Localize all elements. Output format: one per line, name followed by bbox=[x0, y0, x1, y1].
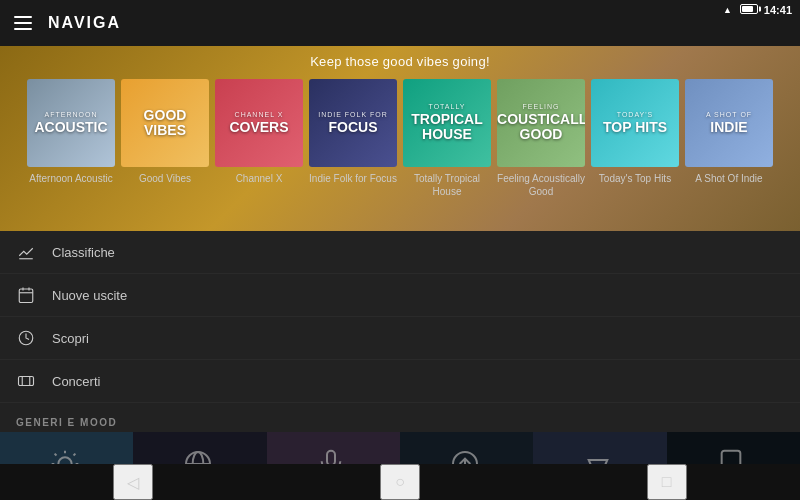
card-small-label-top-hits: Today's bbox=[617, 111, 653, 119]
card-image-afternoon-acoustic: AFTERNOON ACOUSTIC bbox=[27, 79, 115, 167]
card-small-label-channel-x: Channel X bbox=[235, 111, 284, 119]
hero-subtitle: Keep those good vibes going! bbox=[310, 54, 490, 69]
playlist-card-tropical-house[interactable]: Totally Tropical House Totally Tropical … bbox=[403, 79, 491, 198]
card-big-label-top-hits: Top Hits bbox=[603, 120, 667, 135]
card-image-acoustically-good: Feeling Acoustically Good bbox=[497, 79, 585, 167]
svg-rect-6 bbox=[19, 377, 34, 386]
card-bottom-label-shot-indie: A Shot Of Indie bbox=[685, 172, 773, 185]
card-small-label-shot-indie: A SHOT OF bbox=[706, 111, 752, 119]
menu-label-classifiche: Classifiche bbox=[52, 245, 115, 260]
generi-label: GENERI E MOOD bbox=[0, 411, 800, 432]
hero-banner: Keep those good vibes going! AFTERNOON A… bbox=[0, 46, 800, 231]
menu-button[interactable] bbox=[14, 16, 32, 30]
card-bottom-label-acoustically-good: Feeling Acoustically Good bbox=[497, 172, 585, 198]
menu-item-scopri[interactable]: Scopri bbox=[0, 317, 800, 360]
ticket-icon bbox=[16, 371, 36, 391]
card-big-label-shot-indie: INDIE bbox=[710, 120, 747, 135]
chart-icon bbox=[16, 242, 36, 262]
back-button[interactable]: ◁ bbox=[113, 464, 153, 500]
calendar-icon bbox=[16, 285, 36, 305]
playlist-card-good-vibes[interactable]: GOOD VIBES Good Vibes bbox=[121, 79, 209, 198]
card-image-channel-x: Channel X covers bbox=[215, 79, 303, 167]
playlist-cards-row: AFTERNOON ACOUSTIC Afternoon Acoustic GO… bbox=[19, 69, 781, 198]
card-small-label-acoustically-good: Feeling bbox=[523, 103, 560, 111]
time-display: 14:41 bbox=[764, 4, 792, 16]
status-bar: ▲ 14:41 bbox=[715, 0, 800, 20]
playlist-card-afternoon-acoustic[interactable]: AFTERNOON ACOUSTIC Afternoon Acoustic bbox=[27, 79, 115, 198]
card-big-label-acoustically-good: Acoustically Good bbox=[497, 112, 585, 143]
card-big-label-tropical-house: Tropical House bbox=[409, 112, 485, 143]
card-big-label-afternoon-acoustic: ACOUSTIC bbox=[34, 120, 107, 135]
card-small-label-indie-focus: INDIE FOLK FOR bbox=[318, 111, 388, 119]
menu-label-scopri: Scopri bbox=[52, 331, 89, 346]
card-image-indie-focus: INDIE FOLK FOR Focus bbox=[309, 79, 397, 167]
card-big-label-channel-x: covers bbox=[229, 120, 288, 135]
card-image-top-hits: Today's Top Hits bbox=[591, 79, 679, 167]
svg-line-14 bbox=[54, 454, 56, 456]
menu-item-classifiche[interactable]: Classifiche bbox=[0, 231, 800, 274]
main-content: Classifiche Nuove uscite Scopri Concerti… bbox=[0, 231, 800, 500]
card-image-shot-indie: A SHOT OF INDIE bbox=[685, 79, 773, 167]
card-bottom-label-tropical-house: Totally Tropical House bbox=[403, 172, 491, 198]
clock-icon bbox=[16, 328, 36, 348]
card-bottom-label-afternoon-acoustic: Afternoon Acoustic bbox=[27, 172, 115, 185]
nav-title: NAVIGA bbox=[48, 14, 121, 32]
playlist-card-top-hits[interactable]: Today's Top Hits Today's Top Hits bbox=[591, 79, 679, 198]
playlist-card-shot-indie[interactable]: A SHOT OF INDIE A Shot Of Indie bbox=[685, 79, 773, 198]
card-image-tropical-house: Totally Tropical House bbox=[403, 79, 491, 167]
playlist-card-channel-x[interactable]: Channel X covers Channel X bbox=[215, 79, 303, 198]
battery-icon-wrap bbox=[738, 4, 758, 16]
top-navigation: NAVIGA bbox=[0, 0, 800, 46]
card-bottom-label-good-vibes: Good Vibes bbox=[121, 172, 209, 185]
card-big-label-good-vibes: GOOD VIBES bbox=[127, 108, 203, 139]
menu-label-nuove-uscite: Nuove uscite bbox=[52, 288, 127, 303]
card-bottom-label-top-hits: Today's Top Hits bbox=[591, 172, 679, 185]
bottom-navigation: ◁ ○ □ bbox=[0, 464, 800, 500]
card-small-label-tropical-house: Totally bbox=[429, 103, 466, 111]
recent-button[interactable]: □ bbox=[647, 464, 687, 500]
signal-icon: ▲ bbox=[723, 5, 732, 15]
card-bottom-label-indie-focus: Indie Folk for Focus bbox=[309, 172, 397, 185]
card-bottom-label-channel-x: Channel X bbox=[215, 172, 303, 185]
menu-label-concerti: Concerti bbox=[52, 374, 100, 389]
card-image-good-vibes: GOOD VIBES bbox=[121, 79, 209, 167]
home-button[interactable]: ○ bbox=[380, 464, 420, 500]
card-small-label-afternoon-acoustic: AFTERNOON bbox=[45, 111, 98, 119]
card-big-label-indie-focus: Focus bbox=[329, 120, 378, 135]
playlist-card-indie-focus[interactable]: INDIE FOLK FOR Focus Indie Folk for Focu… bbox=[309, 79, 397, 198]
svg-line-17 bbox=[73, 454, 75, 456]
menu-item-nuove-uscite[interactable]: Nuove uscite bbox=[0, 274, 800, 317]
menu-list: Classifiche Nuove uscite Scopri Concerti bbox=[0, 231, 800, 403]
menu-item-concerti[interactable]: Concerti bbox=[0, 360, 800, 403]
playlist-card-acoustically-good[interactable]: Feeling Acoustically Good Feeling Acoust… bbox=[497, 79, 585, 198]
svg-rect-1 bbox=[19, 289, 33, 303]
